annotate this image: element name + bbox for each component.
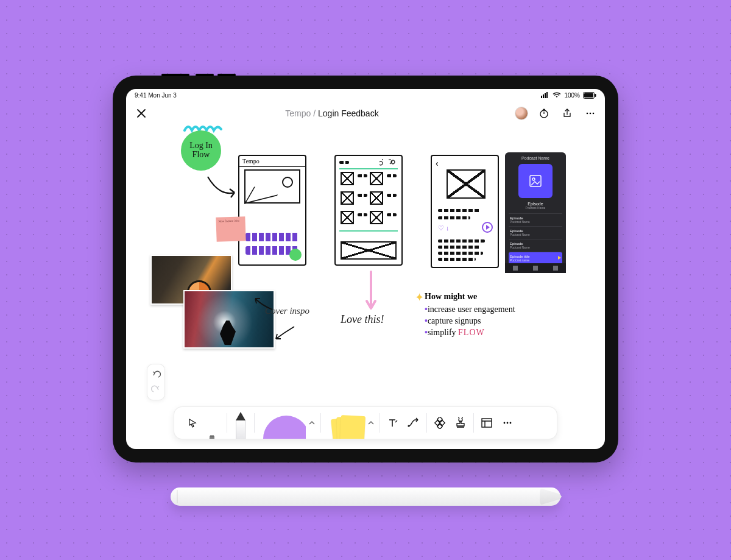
top-nav: Tempo / Login Feedback xyxy=(126,101,605,126)
breadcrumb-current: Login Feedback xyxy=(318,108,379,118)
shape-options[interactable] xyxy=(306,407,318,439)
pencil-tool[interactable] xyxy=(232,411,249,439)
widgets-tool[interactable] xyxy=(429,407,450,439)
canvas[interactable]: Log In Flow Tempo New feature idea xyxy=(126,126,605,409)
sticky-options[interactable] xyxy=(365,407,377,439)
undo-icon xyxy=(151,370,161,380)
svg-rect-18 xyxy=(482,419,492,427)
hmw-item: increase user engagement xyxy=(425,304,515,316)
arrow-down-icon xyxy=(365,271,377,313)
close-icon xyxy=(136,108,146,118)
pointer-tool[interactable] xyxy=(185,407,200,439)
chevron-up-icon xyxy=(368,420,374,426)
toolbar xyxy=(174,406,557,439)
more-icon xyxy=(585,108,596,119)
podcast-tabbar xyxy=(505,263,566,273)
image-placeholder xyxy=(447,169,486,199)
podcast-episode-sub: Podcast Name xyxy=(509,206,562,210)
status-bar: 9:41 Mon Jun 3 100% xyxy=(126,89,605,101)
wireframe-grid[interactable] xyxy=(334,155,403,266)
svg-point-10 xyxy=(593,112,595,114)
sticky-note[interactable]: New feature idea xyxy=(216,216,245,242)
arrow-icon xyxy=(250,295,275,313)
breadcrumb[interactable]: Tempo / Login Feedback xyxy=(149,108,515,118)
hw-button xyxy=(161,74,189,76)
svg-rect-2 xyxy=(545,93,546,98)
svg-point-13 xyxy=(408,425,409,427)
hmw-title: How might we xyxy=(425,291,515,303)
layout-icon xyxy=(481,417,493,429)
podcast-ui-mock[interactable]: Podcast Name Episode Podcast Name Episod… xyxy=(505,152,566,273)
hearts-icon: ♡ ↓ xyxy=(438,224,450,232)
sticky-tool[interactable] xyxy=(332,409,365,439)
wireframe-detail[interactable]: ‹ ♡ ↓ xyxy=(431,155,499,268)
toolbar-more[interactable] xyxy=(497,407,518,439)
svg-rect-0 xyxy=(541,96,542,98)
login-flow-badge[interactable]: Log In Flow xyxy=(181,130,221,171)
svg-rect-1 xyxy=(543,94,544,98)
image-icon xyxy=(529,174,542,188)
breadcrumb-separator: / xyxy=(313,108,316,118)
stamp-icon xyxy=(454,417,467,429)
back-icon: ‹ xyxy=(436,158,439,168)
hw-button xyxy=(196,74,214,76)
text-tool[interactable] xyxy=(383,407,403,439)
podcast-header: Podcast Name xyxy=(509,156,562,160)
svg-point-21 xyxy=(510,422,512,424)
avatar[interactable] xyxy=(515,107,528,120)
connector-icon xyxy=(407,417,420,429)
svg-point-9 xyxy=(590,112,592,114)
shape-tool[interactable] xyxy=(263,408,306,439)
wifi-icon xyxy=(553,92,561,98)
stamp-tool[interactable] xyxy=(450,407,471,439)
wireframe-home[interactable]: Tempo xyxy=(238,155,306,266)
hmw-item: capture signups xyxy=(425,316,515,327)
undo-button[interactable] xyxy=(147,367,164,382)
hand-icon xyxy=(207,434,217,439)
podcast-cover xyxy=(518,164,553,198)
podcast-row: EpisodePodcast Name xyxy=(509,226,562,239)
share-icon xyxy=(562,108,573,119)
share-button[interactable] xyxy=(560,106,574,121)
history-panel xyxy=(147,364,165,400)
svg-point-19 xyxy=(504,422,506,424)
timer-button[interactable] xyxy=(537,106,551,121)
svg-rect-3 xyxy=(546,92,548,98)
image-placeholder xyxy=(244,169,300,204)
podcast-row: EpisodePodcast Name xyxy=(509,239,562,252)
svg-rect-5 xyxy=(584,93,593,97)
connector-tool[interactable] xyxy=(403,407,424,439)
arrow-icon xyxy=(272,324,297,342)
wf-top-icons xyxy=(339,158,398,166)
ipad-frame: 9:41 Mon Jun 3 100% Tempo / xyxy=(113,76,618,463)
text-icon xyxy=(387,417,399,429)
statusbar-time: 9:41 Mon Jun 3 xyxy=(135,92,177,99)
hw-button xyxy=(217,74,236,76)
chevron-up-icon xyxy=(309,420,315,426)
battery-icon xyxy=(583,92,596,99)
svg-point-12 xyxy=(532,178,535,180)
fab-placeholder xyxy=(289,249,302,261)
timer-icon xyxy=(539,108,549,119)
redo-icon xyxy=(151,385,161,394)
layout-tool[interactable] xyxy=(476,407,497,439)
scribble xyxy=(245,233,299,241)
more-button[interactable] xyxy=(583,106,598,121)
podcast-row-selected: Episode titlePodcast name xyxy=(509,252,562,264)
svg-point-8 xyxy=(587,112,588,114)
hmw-item: simplify FLOW xyxy=(425,327,515,339)
close-button[interactable] xyxy=(133,105,149,121)
screen: 9:41 Mon Jun 3 100% Tempo / xyxy=(126,89,605,449)
star-icon: ✦ xyxy=(415,290,424,305)
arrow-icon xyxy=(204,173,241,202)
podcast-episode-title: Episode xyxy=(509,202,562,206)
hand-tool[interactable] xyxy=(205,423,219,439)
svg-rect-6 xyxy=(595,94,596,97)
breadcrumb-parent: Tempo xyxy=(285,108,311,118)
handwriting-hmw: ✦ How might we increase user engagement … xyxy=(425,291,515,339)
more-icon xyxy=(502,417,513,428)
redo-button[interactable] xyxy=(147,382,164,397)
pointer-icon xyxy=(188,418,197,428)
handwriting-love-this: Love this! xyxy=(341,313,384,326)
wireframe-title: Tempo xyxy=(239,156,305,167)
